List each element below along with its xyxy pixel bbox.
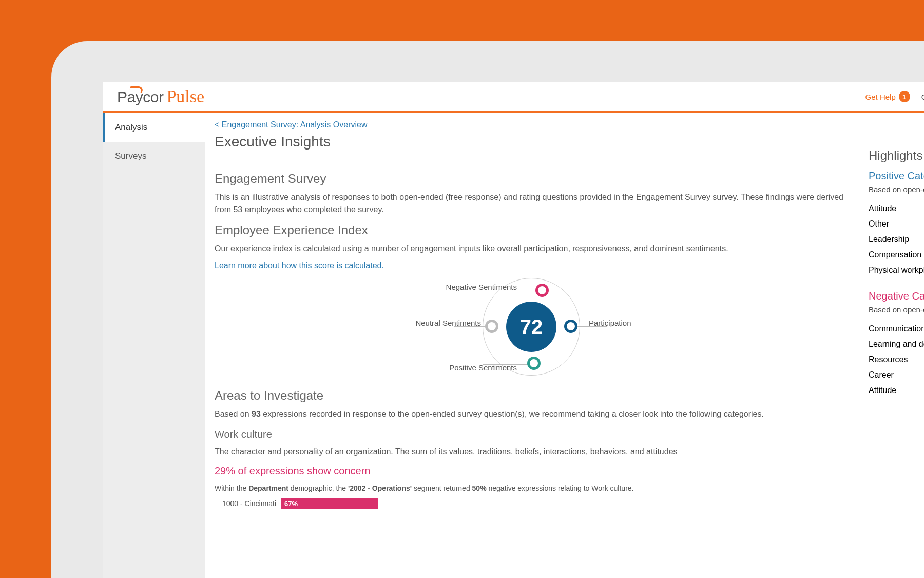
negative-categories-caption: Based on open-ended responses: [869, 305, 924, 314]
breadcrumb[interactable]: < Engagement Survey: Analysis Overview: [215, 120, 848, 129]
highlights-heading: Highlights: [869, 148, 924, 163]
viz-label-participation: Participation: [589, 319, 631, 327]
highlight-label: Compensation: [869, 250, 921, 259]
highlight-row: Attitude33%: [869, 383, 924, 398]
negative-categories-block: Negative Categories Based on open-ended …: [869, 290, 924, 398]
topbar: Paycor Pulse Get Help 1 Give Feedback Si…: [103, 82, 924, 113]
highlight-row: Resources50%: [869, 352, 924, 367]
investigate-heading: Areas to Investigate: [215, 388, 848, 403]
engagement-heading: Engagement Survey: [215, 172, 848, 186]
viz-label-negative: Negative Sentiments: [446, 283, 517, 291]
topbar-links: Get Help 1 Give Feedback Sign Out: [865, 91, 924, 102]
sidebar: Analysis Surveys: [103, 113, 205, 578]
highlight-row: Physical workplace50%: [869, 263, 924, 278]
highlight-label: Resources: [869, 355, 908, 364]
highlight-label: Leadership: [869, 235, 909, 244]
main-content: < Engagement Survey: Analysis Overview E…: [215, 120, 869, 578]
node-positive-icon: [527, 357, 541, 370]
experience-body: Our experience index is calculated using…: [215, 243, 848, 255]
positive-categories-caption: Based on open-ended responses: [869, 185, 924, 194]
experience-heading: Employee Experience Index: [215, 223, 848, 237]
app-logo: Paycor Pulse: [117, 87, 204, 106]
highlight-label: Communication: [869, 324, 924, 333]
highlight-label: Attitude: [869, 204, 896, 213]
page-title: Executive Insights: [215, 134, 331, 150]
sidebar-item-surveys[interactable]: Surveys: [103, 142, 205, 171]
negative-categories-title: Negative Categories: [869, 290, 924, 302]
highlight-row: Leadership53%: [869, 232, 924, 247]
node-neutral-icon: [485, 320, 498, 333]
highlight-label: Physical workplace: [869, 266, 924, 275]
give-feedback-link[interactable]: Give Feedback: [921, 92, 924, 101]
engagement-body: This is an illustrative analysis of resp…: [215, 191, 848, 216]
work-culture-detail: Within the Department demographic, the '…: [215, 484, 848, 492]
highlights-panel: Highlights Positive Categories Based on …: [869, 120, 924, 578]
logo-sub-text: Pulse: [166, 87, 204, 106]
node-participation-icon: [564, 320, 578, 333]
highlight-row: Career38%: [869, 367, 924, 383]
highlight-row: Other67%: [869, 216, 924, 232]
viz-label-positive: Positive Sentiments: [449, 363, 517, 372]
positive-categories-block: Positive Categories Based on open-ended …: [869, 170, 924, 278]
positive-categories-title: Positive Categories: [869, 170, 924, 182]
chart-bar-track: 67%: [281, 498, 425, 509]
highlight-row: Compensation50%: [869, 247, 924, 263]
chart-bar-fill: 67%: [281, 498, 378, 509]
work-culture-concern: 29% of expressions show concern: [215, 465, 848, 477]
sidebar-item-analysis[interactable]: Analysis: [103, 113, 205, 142]
chart-bar-label: 1000 - Cincinnati: [215, 499, 276, 508]
help-badge: 1: [899, 91, 910, 102]
highlight-row: Learning and development67%: [869, 337, 924, 352]
node-negative-icon: [535, 284, 549, 297]
work-culture-heading: Work culture: [215, 428, 848, 440]
work-culture-body: The character and personality of an orga…: [215, 445, 848, 458]
get-help-label: Get Help: [865, 92, 896, 101]
experience-index-viz: 72 Negative Sentiments Neutral Sentiment…: [352, 281, 711, 373]
highlight-label: Learning and development: [869, 340, 924, 349]
investigate-body: Based on 93 expressions recorded in resp…: [215, 408, 848, 420]
viz-label-neutral: Neutral Sentiments: [415, 319, 481, 327]
experience-score: 72: [506, 302, 556, 352]
get-help-link[interactable]: Get Help 1: [865, 91, 910, 102]
highlight-row: Communication67%: [869, 321, 924, 337]
highlight-row: Attitude67%: [869, 201, 924, 216]
learn-more-link[interactable]: Learn more about how this score is calcu…: [215, 261, 384, 270]
highlight-label: Other: [869, 219, 889, 229]
highlight-label: Career: [869, 370, 894, 380]
logo-main-text: Paycor: [117, 88, 163, 106]
chart-bar-row: 1000 - Cincinnati 67%: [215, 498, 848, 509]
highlight-label: Attitude: [869, 386, 896, 395]
